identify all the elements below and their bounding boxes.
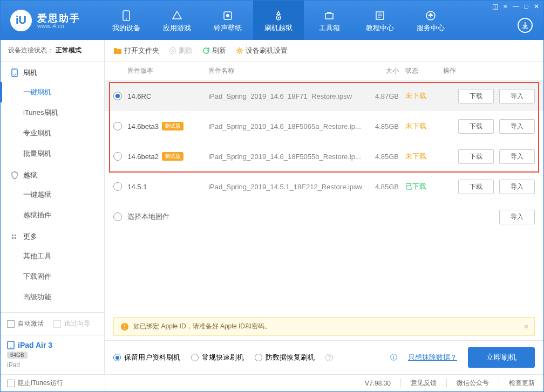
block-itunes-checkbox[interactable] (7, 380, 15, 387)
minimize-icon[interactable]: — (513, 3, 519, 10)
side-group: 越狱 (1, 164, 104, 184)
nav-item-2[interactable]: 铃声壁纸 (202, 1, 253, 40)
download-button[interactable]: 下载 (458, 119, 494, 134)
group-icon (10, 171, 19, 180)
check-update-link[interactable]: 检查更新 (499, 379, 535, 388)
nav-icon (375, 8, 385, 23)
header: iU 爱思助手 www.i4.cn 我的设备应用游戏铃声壁纸刷机越狱工具箱教程中… (1, 1, 543, 40)
flash-mode-radio[interactable]: 常规快速刷机 (191, 353, 244, 362)
delete-button[interactable]: 删除 (169, 46, 193, 56)
storage-badge: 64GB (7, 352, 28, 359)
row-radio[interactable] (113, 92, 122, 100)
download-manager-icon[interactable] (518, 18, 533, 33)
side-sub[interactable]: 专业刷机 (1, 123, 104, 143)
side-group: 刷机 (1, 61, 104, 82)
open-folder-button[interactable]: 打开文件夹 (113, 46, 159, 56)
version-label: V7.98.30 (355, 380, 391, 387)
flash-mode-radio[interactable]: 保留用户资料刷机 (113, 353, 180, 362)
flash-now-button[interactable]: 立即刷机 (468, 347, 535, 368)
svg-point-3 (226, 14, 229, 17)
import-button[interactable]: 导入 (499, 119, 535, 134)
maximize-icon[interactable]: □ (525, 3, 528, 10)
download-button[interactable]: 下载 (458, 89, 494, 104)
nav-icon (324, 8, 335, 23)
device-card[interactable]: iPad Air 3 64GB iPad (1, 335, 104, 374)
import-button[interactable]: 导入 (499, 149, 535, 164)
svg-rect-12 (15, 237, 16, 239)
svg-point-14 (10, 347, 11, 348)
import-button[interactable]: 导入 (499, 89, 535, 104)
row-radio[interactable] (113, 182, 122, 191)
toolbar: 打开文件夹 删除 刷新 设备刷机设置 (105, 40, 543, 61)
top-nav: 我的设备应用游戏铃声壁纸刷机越狱工具箱教程中心服务中心 (101, 1, 456, 40)
sidebar: 设备连接状态： 正常模式 刷机一键刷机iTunes刷机专业刷机批量刷机越狱一键越… (1, 40, 105, 374)
folder-icon (113, 47, 122, 54)
svg-rect-11 (12, 237, 13, 239)
download-button[interactable]: 下载 (458, 149, 494, 164)
import-button[interactable]: 导入 (499, 210, 535, 224)
info-icon: ⓘ (390, 353, 397, 362)
main-panel: 打开文件夹 删除 刷新 设备刷机设置 固件版本 固件名称 大小 状态 操作 (105, 40, 543, 374)
table-row[interactable]: 14.6RCiPad_Spring_2019_14.6_18F71_Restor… (105, 81, 543, 111)
nav-item-0[interactable]: 我的设备 (101, 1, 152, 40)
side-sub[interactable]: 下载固件 (1, 266, 104, 287)
nav-item-5[interactable]: 教程中心 (355, 1, 405, 40)
nav-item-6[interactable]: 服务中心 (405, 1, 456, 40)
nav-icon (222, 8, 233, 23)
side-sub[interactable]: 其他工具 (1, 246, 104, 266)
side-sub[interactable]: 高级功能 (1, 287, 104, 307)
row-radio[interactable] (113, 152, 122, 161)
side-sub[interactable]: 越狱插件 (1, 205, 104, 225)
svg-rect-10 (15, 235, 16, 236)
svg-point-16 (239, 49, 241, 52)
row-radio[interactable] (113, 212, 122, 221)
group-icon (10, 232, 19, 241)
nav-item-1[interactable]: 应用游戏 (152, 1, 202, 40)
side-sub[interactable]: 一键刷机 (1, 82, 104, 102)
refresh-button[interactable]: 刷新 (202, 46, 226, 56)
gear-icon (236, 47, 243, 54)
row-radio[interactable] (113, 122, 122, 130)
svg-point-4 (278, 17, 280, 18)
footer: 阻止iTunes运行 V7.98.30 意见反馈 微信公众号 检查更新 (1, 374, 543, 391)
menu-icon[interactable]: ≡ (504, 3, 507, 10)
logo-icon: iU (10, 10, 32, 31)
side-sub[interactable]: iTunes刷机 (1, 102, 104, 123)
wechat-link[interactable]: 微信公众号 (446, 379, 489, 388)
side-sub[interactable]: 批量刷机 (1, 143, 104, 164)
nav-icon (172, 8, 182, 23)
connection-status: 设备连接状态： 正常模式 (1, 40, 104, 61)
auto-activate-checkbox[interactable]: 自动激活 跳过向导 (7, 317, 98, 331)
tshirt-icon[interactable]: ◫ (492, 3, 498, 10)
help-icon[interactable]: ? (325, 354, 333, 361)
action-bar: 保留用户资料刷机常规快速刷机防数据恢复刷机 ? ⓘ 只想抹除数据？ 立即刷机 (105, 340, 543, 374)
import-button[interactable]: 导入 (499, 180, 535, 194)
nav-icon (121, 8, 132, 23)
logo: iU 爱思助手 www.i4.cn (1, 10, 90, 31)
nav-icon (425, 8, 436, 23)
nav-icon (273, 8, 284, 23)
close-icon[interactable]: ✕ (534, 3, 539, 10)
beta-tag: 测试版 (162, 122, 183, 130)
refresh-icon (202, 47, 210, 54)
table-header: 固件版本 固件名称 大小 状态 操作 (105, 61, 543, 81)
warning-icon (120, 322, 129, 331)
table-row[interactable]: 14.5.1iPad_Spring_2019_14.5.1_18E212_Res… (105, 171, 543, 202)
feedback-link[interactable]: 意见反馈 (400, 379, 437, 388)
group-icon (10, 68, 19, 77)
flash-mode-radio[interactable]: 防数据恢复刷机 (255, 353, 315, 362)
close-notice-icon[interactable]: ✕ (523, 323, 529, 331)
svg-point-1 (126, 18, 127, 19)
table-row[interactable]: 选择本地固件导入 (105, 202, 543, 232)
svg-rect-5 (325, 13, 333, 19)
erase-data-link[interactable]: 只想抹除数据？ (408, 353, 457, 362)
table-row[interactable]: 14.6beta3测试版iPad_Spring_2019_14.6_18F506… (105, 111, 543, 141)
table-row[interactable]: 14.6beta2测试版iPad_Spring_2019_14.6_18F505… (105, 141, 543, 171)
flash-settings-button[interactable]: 设备刷机设置 (236, 46, 288, 56)
side-sub[interactable]: 一键越狱 (1, 184, 104, 205)
side-group: 更多 (1, 225, 104, 246)
nav-item-4[interactable]: 工具箱 (304, 1, 355, 40)
nav-item-3[interactable]: 刷机越狱 (253, 1, 304, 40)
tablet-icon (7, 341, 15, 349)
download-button[interactable]: 下载 (458, 180, 494, 194)
